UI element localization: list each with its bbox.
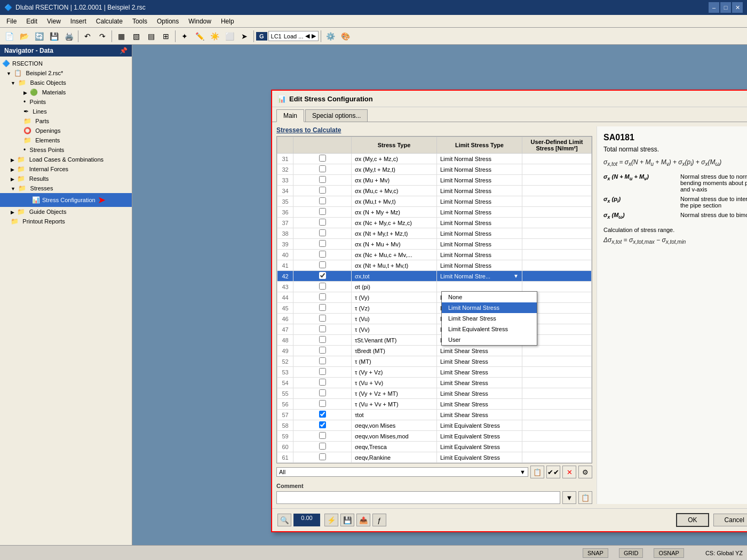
nav-item-stress-config[interactable]: 📊 Stress Configuration ➤ — [0, 193, 132, 207]
status-grid[interactable]: GRID — [619, 548, 643, 558]
limit-stress-cell[interactable]: Limit Normal Stress — [437, 239, 522, 250]
user-limit-cell[interactable] — [522, 250, 592, 260]
settings-table-button[interactable]: ⚙ — [578, 466, 592, 478]
star-button[interactable]: ✦ — [178, 30, 192, 43]
row-checkbox[interactable] — [319, 389, 326, 396]
user-limit-cell[interactable] — [522, 260, 592, 271]
status-snap[interactable]: SNAP — [583, 548, 608, 558]
export-button[interactable]: 📤 — [356, 514, 370, 526]
row-checkbox-cell[interactable] — [293, 228, 352, 239]
row-checkbox-cell[interactable] — [293, 303, 352, 314]
calculate-button[interactable]: ⚡ — [324, 514, 338, 526]
nav-item-load-cases[interactable]: ▶ 📁 Load Cases & Combinations — [0, 155, 132, 164]
nav-item-stress-points[interactable]: • Stress Points — [0, 145, 132, 155]
menu-edit[interactable]: Edit — [22, 17, 42, 26]
user-limit-cell[interactable] — [522, 218, 592, 228]
user-limit-cell[interactable] — [522, 271, 592, 282]
stress-type-cell[interactable]: τ (Vy + Vz) — [352, 367, 437, 378]
row-checkbox-cell[interactable] — [293, 218, 352, 228]
row-checkbox[interactable] — [319, 357, 326, 364]
menu-insert[interactable]: Insert — [66, 17, 91, 26]
stress-type-cell[interactable]: τ (Vu) — [352, 314, 437, 324]
limit-stress-cell[interactable]: Limit Normal Stress — [437, 154, 522, 164]
row-checkbox-cell[interactable] — [293, 431, 352, 442]
limit-stress-cell[interactable]: Limit Normal Stre...▼ — [437, 271, 522, 282]
tab-main[interactable]: Main — [276, 109, 304, 122]
row-checkbox-cell[interactable] — [293, 260, 352, 271]
nav-item-results[interactable]: ▶ 📁 Results — [0, 174, 132, 183]
user-limit-cell[interactable] — [522, 346, 592, 356]
stress-type-cell[interactable]: σx (Nc + Mu,c + Mv,... — [352, 250, 437, 260]
row-checkbox[interactable] — [319, 347, 326, 354]
stress-type-cell[interactable]: τ (Vu + Vv + MT) — [352, 399, 437, 410]
view4-button[interactable]: ⊞ — [159, 30, 173, 43]
stress-type-cell[interactable]: σx (N + Mu + Mv) — [352, 239, 437, 250]
row-checkbox[interactable] — [319, 219, 326, 226]
stress-type-cell[interactable]: σx (Mu + Mv) — [352, 175, 437, 186]
row-checkbox-cell[interactable] — [293, 207, 352, 218]
tab-special-options[interactable]: Special options... — [305, 109, 368, 122]
undo-button[interactable]: ↶ — [81, 30, 94, 43]
user-limit-cell[interactable] — [522, 196, 592, 207]
nav-item-points[interactable]: • Points — [0, 97, 132, 107]
comment-copy-button[interactable]: 📋 — [578, 491, 592, 504]
user-limit-cell[interactable] — [522, 399, 592, 410]
lc-dropdown[interactable]: LC1 Load ... ◀ ▶ — [268, 31, 319, 41]
stress-type-cell[interactable]: σeqv,Tresca — [352, 442, 437, 452]
stress-type-cell[interactable]: σx (Nt + Mu,t + Mv,t) — [352, 260, 437, 271]
stress-type-cell[interactable]: σx (Nt + My,t + Mz,t) — [352, 228, 437, 239]
search-bottom-button[interactable]: 🔍 — [277, 514, 291, 526]
delete-button[interactable]: ✕ — [562, 466, 576, 478]
user-limit-cell[interactable] — [522, 378, 592, 388]
limit-stress-cell[interactable]: Limit Shear Stress — [437, 356, 522, 367]
limit-stress-cell[interactable]: Limit Normal Stress — [437, 196, 522, 207]
refresh-button[interactable]: 🔄 — [32, 30, 46, 43]
close-button[interactable]: ✕ — [732, 2, 743, 13]
dropdown-option-none[interactable]: None — [442, 292, 537, 302]
row-checkbox[interactable] — [319, 176, 326, 183]
view1-button[interactable]: ▦ — [114, 30, 128, 43]
limit-stress-cell[interactable]: Limit Equivalent Stress — [437, 442, 522, 452]
menu-view[interactable]: View — [43, 17, 65, 26]
render-button[interactable]: 🎨 — [338, 30, 352, 43]
dropdown-option-limit-shear[interactable]: Limit Shear Stress — [442, 313, 537, 324]
stress-type-cell[interactable]: τ (Vu + Vv) — [352, 378, 437, 388]
status-osnap[interactable]: OSNAP — [654, 548, 684, 558]
row-checkbox-cell[interactable] — [293, 378, 352, 388]
stress-type-cell[interactable]: σx (My,t + Mz,t) — [352, 164, 437, 175]
copy-button[interactable]: 📋 — [530, 466, 544, 478]
row-checkbox-cell[interactable] — [293, 196, 352, 207]
row-checkbox[interactable] — [319, 421, 326, 428]
comment-input[interactable] — [276, 491, 560, 504]
menu-window[interactable]: Window — [184, 17, 216, 26]
user-limit-cell[interactable] — [522, 175, 592, 186]
user-limit-cell[interactable] — [522, 207, 592, 218]
limit-stress-cell[interactable]: Limit Equivalent Stress — [437, 420, 522, 431]
limit-stress-cell[interactable]: Limit Shear Stress — [437, 410, 522, 420]
stress-type-cell[interactable]: τ (Vv) — [352, 324, 437, 335]
stress-type-cell[interactable]: σeqv,von Mises — [352, 420, 437, 431]
row-checkbox[interactable] — [319, 304, 326, 311]
row-checkbox-cell[interactable] — [293, 164, 352, 175]
row-checkbox-cell[interactable] — [293, 186, 352, 196]
save-bottom-button[interactable]: 💾 — [340, 514, 354, 526]
row-checkbox[interactable] — [319, 443, 326, 450]
ok-button[interactable]: OK — [676, 513, 709, 527]
nav-item-internal-forces[interactable]: ▶ 📁 Internal Forces — [0, 164, 132, 174]
row-checkbox-cell[interactable] — [293, 271, 352, 282]
nav-item-stresses[interactable]: ▼ 📁 Stresses — [0, 183, 132, 193]
limit-stress-cell[interactable]: Limit Shear Stress — [437, 378, 522, 388]
row-checkbox-cell[interactable] — [293, 335, 352, 346]
user-limit-cell[interactable] — [522, 164, 592, 175]
user-limit-cell[interactable] — [522, 410, 592, 420]
cancel-button[interactable]: Cancel — [713, 514, 747, 526]
user-limit-cell[interactable] — [522, 356, 592, 367]
row-checkbox-cell[interactable] — [293, 410, 352, 420]
window-controls[interactable]: – □ ✕ — [709, 2, 743, 13]
limit-stress-cell[interactable]: Limit Normal Stress — [437, 207, 522, 218]
row-checkbox[interactable] — [319, 197, 326, 204]
open-button[interactable]: 📂 — [17, 30, 31, 43]
dropdown-option-limit-normal[interactable]: Limit Normal Stress — [442, 302, 537, 313]
stress-type-cell[interactable]: σx (Nc + My,c + Mz,c) — [352, 218, 437, 228]
row-checkbox-cell[interactable] — [293, 399, 352, 410]
